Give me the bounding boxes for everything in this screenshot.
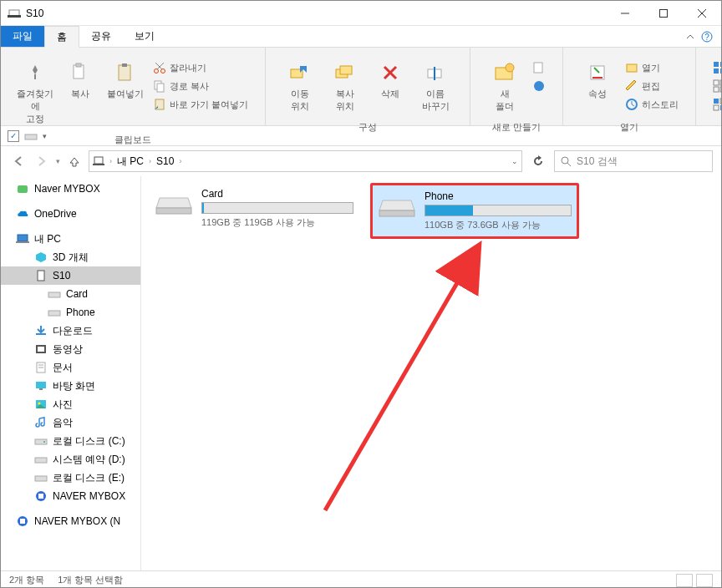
drive-card[interactable]: Card 119GB 중 119GB 사용 가능 (150, 183, 358, 239)
address-bar[interactable]: › 내 PC › S10 › ⌄ (89, 150, 522, 172)
svg-rect-58 (38, 347, 44, 352)
back-button[interactable] (9, 152, 28, 170)
content-pane: Card 119GB 중 119GB 사용 가능 Phone 110GB 중 7… (141, 176, 721, 570)
svg-rect-32 (627, 64, 637, 72)
sidebar-item-s10[interactable]: S10 (1, 266, 140, 285)
sidebar-item-documents[interactable]: 문서 (1, 358, 140, 377)
3dobjects-icon (34, 251, 48, 264)
easy-access-icon (532, 79, 546, 93)
onedrive-icon (16, 207, 29, 220)
svg-rect-63 (39, 388, 43, 390)
address-dropdown[interactable]: ⌄ (511, 157, 518, 165)
new-folder-button[interactable]: 새 폴더 (484, 56, 526, 113)
recent-dropdown[interactable]: ▾ (56, 157, 60, 165)
edit-button[interactable]: 편집 (622, 78, 682, 94)
properties-button[interactable]: 속성 (577, 56, 618, 100)
copy-to-button[interactable]: 복사 위치 (324, 56, 366, 113)
sidebar-item-phone[interactable]: Phone (1, 303, 140, 322)
svg-rect-69 (35, 476, 47, 481)
svg-point-28 (506, 63, 514, 72)
search-input[interactable]: S10 검색 (554, 150, 713, 172)
sidebar-item-desktop[interactable]: 바탕 화면 (1, 377, 140, 395)
open-button[interactable]: 열기 (622, 59, 682, 76)
app-icon (8, 7, 21, 20)
drive-status: 119GB 중 119GB 사용 가능 (201, 216, 353, 229)
svg-rect-47 (94, 157, 103, 164)
paste-button[interactable]: 붙여넣기 (104, 56, 146, 100)
up-button[interactable] (65, 152, 84, 170)
move-icon (287, 59, 313, 86)
svg-rect-68 (35, 458, 47, 463)
move-button[interactable]: 이동 위치 (279, 56, 321, 113)
delete-button[interactable]: 삭제 (369, 56, 411, 100)
new-item-button[interactable] (529, 59, 549, 76)
minimize-button[interactable] (606, 1, 644, 26)
status-count: 2개 항목 (9, 574, 44, 586)
breadcrumb-pc[interactable]: 내 PC (115, 155, 145, 169)
window-controls (606, 1, 721, 26)
drive-icon (48, 306, 61, 319)
sidebar-item-pictures[interactable]: 사진 (1, 395, 140, 413)
help-icon[interactable]: ? (701, 31, 713, 43)
disk-icon (34, 471, 48, 484)
pin-button[interactable]: 즐겨찾기에 고정 (14, 56, 56, 125)
sidebar-item-onedrive[interactable]: OneDrive (1, 205, 140, 223)
ribbon-collapse[interactable]: ? (678, 26, 721, 47)
sidebar-item-downloads[interactable]: 다운로드 (1, 322, 140, 340)
svg-point-30 (534, 81, 544, 91)
tab-view[interactable]: 보기 (123, 26, 166, 47)
chevron-down-icon[interactable]: ▾ (43, 132, 47, 140)
ribbon-group-label: 열기 (568, 119, 690, 135)
downloads-icon (34, 324, 48, 337)
svg-rect-1 (8, 15, 21, 18)
sidebar-item-naver-mybox2[interactable]: NAVER MYBOX (1, 487, 140, 505)
sidebar-item-localdisk-e[interactable]: 로컬 디스크 (E:) (1, 469, 140, 487)
select-all-button[interactable]: 모두 선택 (709, 59, 722, 76)
drive-icon (48, 287, 61, 301)
select-invert-button[interactable]: 선택 영역 반전 (709, 96, 722, 113)
copy-path-icon (153, 79, 166, 93)
breadcrumb-s10[interactable]: S10 (155, 155, 175, 167)
rename-button[interactable]: 이름 바꾸기 (414, 56, 456, 113)
refresh-button[interactable] (527, 150, 549, 172)
copy-button[interactable]: 복사 (59, 56, 101, 100)
svg-rect-38 (714, 80, 719, 85)
sidebar-item-videos[interactable]: 동영상 (1, 340, 140, 358)
documents-icon (34, 361, 48, 374)
chevron-icon: › (149, 157, 151, 165)
folder-icon (491, 59, 518, 86)
history-button[interactable]: 히스토리 (622, 96, 682, 113)
copy-path-button[interactable]: 경로 복사 (150, 78, 252, 94)
drive-phone[interactable]: Phone 110GB 중 73.6GB 사용 가능 (370, 183, 579, 239)
view-large-button[interactable] (696, 574, 713, 587)
select-none-button[interactable]: 선택 안 함 (709, 78, 722, 94)
chevron-icon: › (179, 157, 181, 165)
sidebar-item-naver-mybox[interactable]: Naver MYBOX (1, 180, 140, 198)
sidebar-item-card[interactable]: Card (1, 285, 140, 303)
sidebar-item-3dobjects[interactable]: 3D 개체 (1, 248, 140, 266)
navigation-row: ▾ › 내 PC › S10 › ⌄ S10 검색 (1, 146, 721, 176)
svg-line-15 (157, 63, 164, 69)
delete-icon (377, 59, 404, 86)
forward-button[interactable] (33, 152, 51, 170)
ribbon: 즐겨찾기에 고정 복사 붙여넣기 잘라내기 경로 복사 바로 가기 붙여넣기 클… (1, 48, 721, 126)
pictures-icon (34, 398, 48, 411)
sidebar-item-system-d[interactable]: 시스템 예약 (D:) (1, 450, 140, 469)
tab-home[interactable]: 홈 (44, 26, 79, 48)
sidebar-item-naver-mybox-n[interactable]: NAVER MYBOX (N (1, 512, 140, 530)
easy-access-button[interactable] (529, 78, 549, 94)
status-selected: 1개 항목 선택함 (58, 574, 123, 586)
paste-shortcut-button[interactable]: 바로 가기 붙여넣기 (150, 96, 252, 113)
tab-share[interactable]: 공유 (79, 26, 123, 47)
sidebar-item-mypc[interactable]: 내 PC (1, 230, 140, 248)
sidebar-item-music[interactable]: 음악 (1, 413, 140, 432)
sidebar-item-localdisk-c[interactable]: 로컬 디스크 (C:) (1, 432, 140, 450)
view-details-button[interactable] (676, 574, 693, 587)
copy-icon (67, 59, 94, 86)
mybox-icon (16, 182, 29, 195)
tab-file[interactable]: 파일 (1, 26, 44, 47)
cut-button[interactable]: 잘라내기 (150, 59, 252, 76)
device-icon (93, 155, 106, 168)
close-button[interactable] (683, 1, 721, 26)
maximize-button[interactable] (644, 1, 683, 26)
